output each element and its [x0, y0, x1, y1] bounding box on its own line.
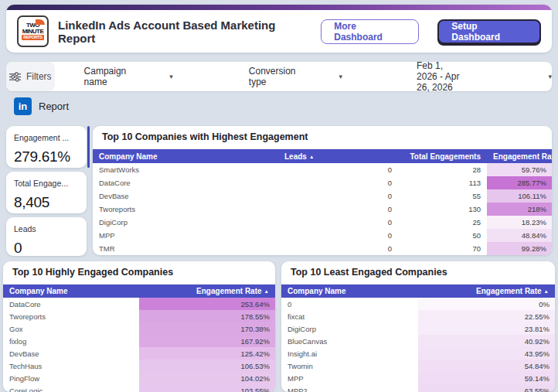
column-header-company-name[interactable]: Company Name [93, 152, 278, 161]
logo-swoosh-icon [36, 19, 45, 25]
leads-cell: 0 [278, 163, 398, 176]
top-companies-highest-engagement-table: Top 10 Companies with Highest Engagement… [93, 126, 552, 255]
report-label: Report [39, 101, 69, 112]
engagement-rate-cell: 106.53% [139, 360, 275, 372]
column-header-engagement-rate[interactable]: Engagement Rate▲ [139, 287, 275, 295]
kpi-label: Total Engage... [14, 179, 79, 188]
table-header-row: Company Name Leads▲ Total Engagements En… [93, 149, 552, 163]
table-row: CoreLogic103.55% [3, 384, 275, 392]
table-row: Tworeports0130218% [93, 203, 552, 216]
column-header-engagement-rate[interactable]: Engagement Rate [487, 152, 552, 161]
company-name-cell: DevBase [93, 189, 278, 203]
table-row: 00% [281, 298, 555, 310]
sort-asc-icon: ▲ [264, 288, 269, 294]
sort-asc-icon: ▲ [309, 154, 314, 159]
date-range-dropdown[interactable]: Feb 1, 2026 - Apr 26, 2026 ▾ [417, 60, 552, 93]
setup-dashboard-button[interactable]: Setup Dashboard [437, 19, 541, 44]
company-name-cell: fixcat [281, 310, 418, 322]
chevron-down-icon: ▾ [339, 73, 343, 80]
more-dashboard-button[interactable]: More Dashboard [321, 19, 419, 44]
engagement-rate-cell: 59.76% [487, 163, 552, 176]
chevron-down-icon: ▾ [169, 73, 173, 80]
engagement-rate-cell: 59.14% [418, 372, 555, 384]
column-header-company-name[interactable]: Company Name [3, 287, 139, 295]
company-name-cell: Insight.ai [281, 347, 418, 360]
total-engagements-cell: 70 [398, 242, 487, 255]
conversion-type-dropdown[interactable]: Conversion type ▾ [249, 66, 342, 87]
engagement-rate-cell: 40.92% [418, 335, 555, 347]
table-row: DataCore0113285.77% [93, 176, 552, 189]
filters-label: Filters [26, 71, 52, 82]
engagement-rate-cell: 43.95% [418, 347, 555, 360]
total-engagements-cell: 130 [398, 203, 487, 216]
company-name-cell: BlueCanvas [281, 335, 418, 347]
table-row: DataCore253.64% [3, 298, 275, 310]
kpi-card-total-engagements[interactable]: Total Engage... 8,405 [6, 172, 87, 213]
kpi-card-engagement-rate[interactable]: Engagement ... 279.61% [6, 126, 87, 168]
leads-cell: 0 [278, 242, 398, 255]
company-name-cell: DevBase [3, 347, 139, 360]
column-header-leads[interactable]: Leads▲ [278, 152, 398, 161]
table-title: Top 10 Highly Engaged Companies [3, 261, 275, 285]
engagement-rate-cell: 253.64% [139, 298, 275, 310]
total-engagements-cell: 113 [398, 176, 487, 189]
conversion-type-label: Conversion type [249, 66, 296, 87]
table-row: fixlog167.92% [3, 335, 275, 347]
engagement-rate-cell: 48.84% [487, 229, 552, 242]
table-row: TMR07099.28% [93, 242, 552, 255]
total-engagements-cell: 50 [398, 229, 487, 242]
app-header: TWO MINUTE REPORTS LinkedIn Ads Account … [6, 5, 552, 53]
kpi-label: Leads [14, 224, 79, 233]
engagement-rate-cell: 22.55% [418, 310, 555, 322]
engagement-rate-cell: 18.23% [487, 216, 552, 229]
logo-line3: REPORTS [22, 35, 44, 40]
company-name-cell: TMR [93, 242, 278, 255]
company-name-cell: DataCore [93, 176, 278, 189]
leads-cell: 0 [278, 203, 398, 216]
leads-cell: 0 [278, 176, 398, 189]
report-section-header: in Report [14, 96, 69, 116]
table-row: BlueCanvas40.92% [281, 335, 555, 347]
table-row: Twomin54.84% [281, 360, 555, 372]
table-row: DevBase055106.11% [93, 189, 552, 203]
company-name-cell: DigiCorp [281, 322, 418, 335]
engagement-rate-cell: 63.55% [418, 384, 555, 392]
table-row: DigiCorp23.81% [281, 322, 555, 335]
table-title: Top 10 Companies with Highest Engagement [93, 126, 552, 149]
company-name-cell: Twomin [281, 360, 418, 372]
leads-cell: 0 [278, 189, 398, 203]
company-name-cell: fixlog [3, 335, 139, 347]
main-table-body: SmartWorks02859.76%DataCore0113285.77%De… [93, 163, 552, 255]
column-header-engagement-rate[interactable]: Engagement Rate▲ [418, 287, 555, 295]
company-name-cell: TechHaus [3, 360, 139, 372]
filters-button[interactable]: Filters [6, 62, 55, 91]
column-header-total-engagements[interactable]: Total Engagements [398, 152, 487, 161]
table-row: Gox170.38% [3, 322, 275, 335]
engagement-rate-cell: 0% [418, 298, 555, 310]
page-title: LinkedIn Ads Account Based Marketing Rep… [58, 19, 311, 45]
two-minute-reports-logo: TWO MINUTE REPORTS [17, 15, 49, 47]
company-name-cell: CoreLogic [3, 384, 139, 392]
kpi-card-leads[interactable]: Leads 0 [6, 217, 87, 256]
kpi-value: 279.61% [14, 148, 79, 165]
company-name-cell: MPP [93, 229, 278, 242]
engagement-rate-cell: 167.92% [139, 335, 275, 347]
company-name-cell: Gox [3, 322, 139, 335]
company-name-cell: Tworeports [93, 203, 278, 216]
company-name-cell: 0 [281, 298, 418, 310]
least-engaged-table-body: 00%fixcat22.55%DigiCorp23.81%BlueCanvas4… [281, 298, 555, 392]
table-row: Insight.ai43.95% [281, 347, 555, 360]
least-engaged-companies-table: Top 10 Least Engaged Companies Company N… [281, 261, 555, 392]
company-name-cell: MPP [281, 372, 418, 384]
sliders-icon [9, 72, 21, 82]
table-row: Tworeports178.55% [3, 310, 275, 322]
table-row: SmartWorks02859.76% [93, 163, 552, 176]
column-header-company-name[interactable]: Company Name [281, 287, 418, 295]
engagement-rate-cell: 285.77% [487, 176, 552, 189]
campaign-name-dropdown[interactable]: Campaign name ▾ [84, 66, 173, 87]
table-title: Top 10 Least Engaged Companies [281, 261, 555, 285]
table-row: PingFlow104.02% [3, 372, 275, 384]
engagement-rate-cell: 104.02% [139, 372, 275, 384]
kpi-value: 8,405 [14, 194, 79, 211]
kpi-column-scrollbar[interactable] [87, 126, 90, 168]
